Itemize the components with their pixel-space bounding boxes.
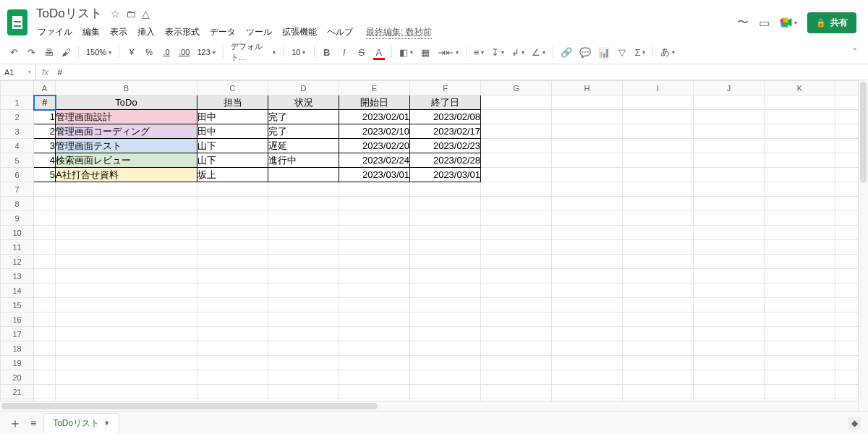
cell-F15[interactable] — [410, 298, 481, 312]
cell-C7[interactable] — [197, 182, 268, 197]
currency-button[interactable]: ¥ — [124, 43, 140, 61]
menu-7[interactable]: 拡張機能 — [278, 24, 321, 41]
cell-K17[interactable] — [765, 327, 835, 341]
cell-H19[interactable] — [552, 356, 623, 370]
col-header-H[interactable]: H — [552, 81, 623, 95]
cell-I11[interactable] — [623, 240, 694, 255]
v-align-button[interactable]: ↧ — [488, 43, 507, 61]
cell-D21[interactable] — [268, 385, 339, 399]
row-header-11[interactable]: 11 — [1, 240, 34, 255]
cell-I20[interactable] — [623, 370, 694, 385]
col-header-G[interactable]: G — [481, 81, 552, 95]
cell-J11[interactable] — [694, 240, 765, 255]
cell-H6[interactable] — [552, 168, 623, 182]
link-button[interactable]: 🔗 — [558, 43, 575, 61]
row-header-6[interactable]: 6 — [1, 168, 34, 182]
cell-I4[interactable] — [623, 139, 694, 153]
cell-J19[interactable] — [694, 356, 765, 370]
cell-E3[interactable]: 2023/02/10 — [339, 124, 410, 139]
cell-H4[interactable] — [552, 139, 623, 153]
cell-H15[interactable] — [552, 298, 623, 312]
share-button[interactable]: 🔒共有 — [807, 12, 856, 33]
cell-H21[interactable] — [552, 385, 623, 399]
cell-A5[interactable]: 4 — [34, 153, 56, 168]
menu-3[interactable]: 挿入 — [133, 24, 159, 41]
cell-A8[interactable] — [34, 197, 56, 211]
col-header-B[interactable]: B — [56, 81, 197, 95]
cell-H13[interactable] — [552, 269, 623, 284]
cell-H5[interactable] — [552, 153, 623, 168]
cell-G4[interactable] — [481, 139, 552, 153]
cell-J3[interactable] — [694, 124, 765, 139]
cell-H17[interactable] — [552, 327, 623, 341]
cell-C6[interactable]: 坂上 — [197, 168, 268, 182]
col-header-J[interactable]: J — [694, 81, 765, 95]
cell-C18[interactable] — [197, 341, 268, 356]
cell-D13[interactable] — [268, 269, 339, 284]
col-header-C[interactable]: C — [197, 81, 268, 95]
cell-B2[interactable]: 管理画面設計 — [56, 110, 197, 124]
cell-G18[interactable] — [481, 341, 552, 356]
cell-E12[interactable] — [339, 255, 410, 269]
cell-H16[interactable] — [552, 312, 623, 327]
cell-J14[interactable] — [694, 284, 765, 298]
cell-J5[interactable] — [694, 153, 765, 168]
history-icon[interactable]: 〜 — [737, 15, 749, 30]
cell-A21[interactable] — [34, 385, 56, 399]
cell-D8[interactable] — [268, 197, 339, 211]
cell-J18[interactable] — [694, 341, 765, 356]
row-header-18[interactable]: 18 — [1, 341, 34, 356]
cell-B10[interactable] — [56, 226, 197, 240]
cell-D12[interactable] — [268, 255, 339, 269]
cell-A6[interactable]: 5 — [34, 168, 56, 182]
text-color-button[interactable]: A — [371, 43, 387, 61]
cell-C1[interactable]: 担当 — [197, 95, 268, 110]
cell-G7[interactable] — [481, 182, 552, 197]
cell-H3[interactable] — [552, 124, 623, 139]
cell-H14[interactable] — [552, 284, 623, 298]
cell-B16[interactable] — [56, 312, 197, 327]
cell-F1[interactable]: 終了日 — [410, 95, 481, 110]
cell-I16[interactable] — [623, 312, 694, 327]
cell-E7[interactable] — [339, 182, 410, 197]
print-button[interactable]: 🖶 — [41, 43, 56, 61]
cell-I15[interactable] — [623, 298, 694, 312]
merge-button[interactable]: ⇥⇤ — [435, 43, 461, 61]
cell-E5[interactable]: 2023/02/24 — [339, 153, 410, 168]
cell-J17[interactable] — [694, 327, 765, 341]
cell-D2[interactable]: 完了 — [268, 110, 339, 124]
add-sheet-button[interactable]: ＋ — [7, 414, 23, 432]
cell-J12[interactable] — [694, 255, 765, 269]
cell-G3[interactable] — [481, 124, 552, 139]
cell-D17[interactable] — [268, 327, 339, 341]
cell-G5[interactable] — [481, 153, 552, 168]
cell-B18[interactable] — [56, 341, 197, 356]
cell-H7[interactable] — [552, 182, 623, 197]
cell-C21[interactable] — [197, 385, 268, 399]
cell-F10[interactable] — [410, 226, 481, 240]
cell-H11[interactable] — [552, 240, 623, 255]
cell-H2[interactable] — [552, 110, 623, 124]
cell-H8[interactable] — [552, 197, 623, 211]
cell-F12[interactable] — [410, 255, 481, 269]
comment-icon[interactable]: ▭ — [759, 16, 770, 30]
cell-E15[interactable] — [339, 298, 410, 312]
cell-E8[interactable] — [339, 197, 410, 211]
cell-D1[interactable]: 状況 — [268, 95, 339, 110]
cell-D7[interactable] — [268, 182, 339, 197]
cell-A3[interactable]: 2 — [34, 124, 56, 139]
cell-I7[interactable] — [623, 182, 694, 197]
cell-A9[interactable] — [34, 211, 56, 226]
cell-A17[interactable] — [34, 327, 56, 341]
cell-A4[interactable]: 3 — [34, 139, 56, 153]
name-box[interactable]: A1 — [0, 64, 36, 80]
cell-A11[interactable] — [34, 240, 56, 255]
filter-button[interactable]: ▽ — [614, 43, 630, 61]
cell-C4[interactable]: 山下 — [197, 139, 268, 153]
cell-G10[interactable] — [481, 226, 552, 240]
cell-J8[interactable] — [694, 197, 765, 211]
menu-4[interactable]: 表示形式 — [161, 24, 204, 41]
cell-D10[interactable] — [268, 226, 339, 240]
menu-1[interactable]: 編集 — [78, 24, 104, 41]
cell-C20[interactable] — [197, 370, 268, 385]
